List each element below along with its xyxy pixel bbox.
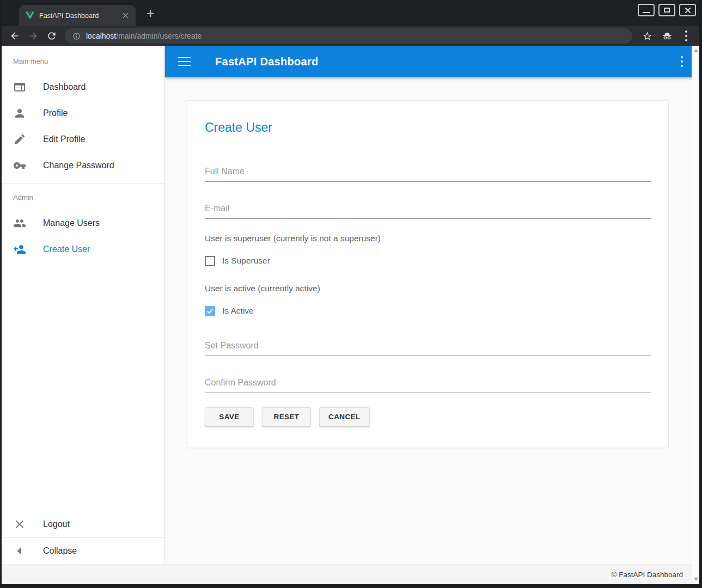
check-icon — [206, 307, 214, 315]
sidebar-item-edit-profile[interactable]: Edit Profile — [2, 126, 164, 152]
sidebar: Main menu Dashboard Profile Edit Profile… — [2, 46, 165, 564]
is-superuser-checkbox-row[interactable]: Is Superuser — [205, 253, 651, 268]
dashboard-icon — [13, 81, 26, 94]
sidebar-section-admin: Admin — [2, 184, 164, 201]
copyright-text: © FastAPI Dashboard — [611, 571, 683, 579]
full-name-field[interactable] — [205, 159, 651, 182]
confirm-password-field[interactable] — [205, 370, 651, 393]
sidebar-item-change-password[interactable]: Change Password — [2, 152, 164, 179]
window-minimize-button[interactable] — [638, 4, 655, 16]
key-icon — [13, 159, 26, 172]
browser-tab[interactable]: FastAPI Dashboard — [19, 5, 136, 26]
app-bar-menu-icon[interactable] — [677, 54, 687, 70]
superuser-note: User is superuser (currently is not a su… — [205, 233, 651, 243]
vue-favicon-icon — [26, 11, 34, 20]
new-tab-button[interactable] — [144, 7, 156, 19]
sidebar-item-collapse[interactable]: Collapse — [2, 538, 164, 564]
sidebar-item-label: Dashboard — [43, 82, 86, 92]
is-active-label: Is Active — [222, 306, 254, 316]
browser-toolbar: localhost/main/admin/users/create — [2, 26, 699, 46]
hamburger-menu-icon[interactable] — [178, 57, 191, 66]
url-bar[interactable]: localhost/main/admin/users/create — [65, 28, 632, 44]
set-password-field[interactable] — [205, 333, 651, 356]
is-active-checkbox[interactable] — [205, 306, 215, 316]
window-controls — [638, 4, 696, 16]
toolbar-right — [640, 28, 693, 44]
sidebar-section-main-menu: Main menu — [2, 46, 164, 65]
reset-button[interactable]: RESET — [262, 407, 311, 426]
app-bar: FastAPI Dashboard — [165, 46, 699, 77]
site-info-icon[interactable] — [72, 32, 81, 40]
scroll-down-arrow-icon[interactable] — [694, 578, 698, 581]
page-title: Create User — [205, 120, 651, 135]
email-field[interactable] — [205, 196, 651, 219]
save-button[interactable]: SAVE — [205, 407, 254, 426]
sidebar-item-profile[interactable]: Profile — [2, 100, 164, 126]
incognito-icon — [661, 30, 673, 42]
main-area: FastAPI Dashboard Create User User is su… — [165, 46, 699, 564]
page-scrollbar[interactable] — [692, 46, 699, 584]
person-add-icon — [13, 243, 26, 256]
scroll-up-arrow-icon[interactable] — [694, 49, 698, 52]
close-icon — [13, 518, 26, 531]
sidebar-item-label: Create User — [43, 244, 90, 254]
browser-titlebar: FastAPI Dashboard — [2, 0, 699, 26]
back-icon[interactable] — [9, 30, 20, 41]
url-host: localhost — [86, 32, 116, 40]
is-active-checkbox-row[interactable]: Is Active — [205, 303, 651, 318]
window-maximize-button[interactable] — [658, 4, 675, 16]
sidebar-item-label: Logout — [43, 519, 70, 529]
form-buttons: SAVE RESET CANCEL — [205, 407, 651, 426]
create-user-card: Create User User is superuser (currently… — [187, 100, 669, 448]
sidebar-item-label: Profile — [43, 108, 68, 118]
active-note: User is active (currently active) — [205, 283, 651, 293]
sidebar-item-create-user[interactable]: Create User — [2, 236, 164, 262]
content-area: Create User User is superuser (currently… — [165, 77, 699, 564]
url-path: /main/admin/users/create — [116, 32, 202, 40]
is-superuser-checkbox[interactable] — [205, 256, 215, 266]
tab-title: FastAPI Dashboard — [39, 12, 115, 20]
group-icon — [13, 217, 26, 230]
sidebar-item-label: Edit Profile — [43, 134, 85, 144]
browser-menu-icon[interactable] — [682, 28, 691, 44]
sidebar-item-label: Manage Users — [43, 218, 100, 228]
window-close-button[interactable] — [679, 4, 696, 16]
cancel-button[interactable]: CANCEL — [319, 407, 370, 426]
forward-icon[interactable] — [28, 30, 39, 41]
reload-icon[interactable] — [46, 30, 57, 41]
pencil-icon — [13, 133, 26, 146]
person-icon — [13, 107, 26, 120]
page-footer: © FastAPI Dashboard — [2, 564, 699, 584]
web-page: Main menu Dashboard Profile Edit Profile… — [2, 46, 699, 584]
url-text: localhost/main/admin/users/create — [86, 32, 202, 40]
chevron-left-icon — [13, 544, 26, 558]
sidebar-item-dashboard[interactable]: Dashboard — [2, 74, 164, 100]
sidebar-item-label: Collapse — [43, 546, 77, 556]
is-superuser-label: Is Superuser — [222, 256, 270, 266]
tab-close-icon[interactable] — [120, 11, 130, 21]
sidebar-item-manage-users[interactable]: Manage Users — [2, 210, 164, 236]
app-bar-title: FastAPI Dashboard — [215, 56, 319, 68]
browser-window: FastAPI Dashboard localhost/main/admin/u… — [0, 0, 702, 588]
sidebar-item-logout[interactable]: Logout — [2, 511, 164, 537]
bookmark-star-icon[interactable] — [642, 31, 652, 41]
sidebar-item-label: Change Password — [43, 161, 114, 170]
